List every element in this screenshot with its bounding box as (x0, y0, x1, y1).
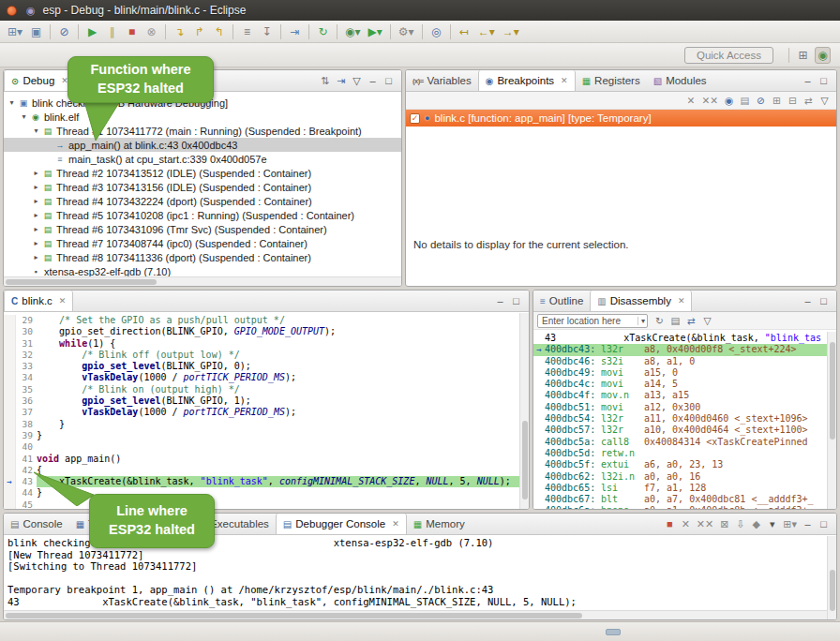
skip-all-breakpoints-icon[interactable]: ⊘ (754, 94, 768, 108)
step-over-icon[interactable]: ↱ (191, 23, 207, 40)
tab-breakpoints[interactable]: ◉Breakpoints✕ (478, 70, 576, 91)
tab-debugger-console[interactable]: ▤Debugger Console✕ (276, 514, 407, 534)
resize-grip[interactable] (606, 629, 621, 635)
debug-tree-item[interactable]: ≡main_task() at cpu_start.c:339 0x400d05… (4, 152, 401, 166)
code-line[interactable]: 32 /* Blink off (output low) */ (4, 350, 519, 361)
display-selected-console-icon[interactable]: ▾ (765, 515, 779, 532)
resume-icon[interactable]: ▶ (84, 23, 100, 40)
debug-horizontal-scrollbar[interactable] (4, 276, 401, 286)
disassembly-line[interactable]: 400dbc5d:retw.n (533, 448, 827, 459)
maximize-icon[interactable]: □ (509, 292, 523, 309)
maximize-icon[interactable]: □ (817, 515, 831, 532)
debug-tree-item[interactable]: ▸▤Thread #7 1073408744 (ipc0) (Suspended… (4, 236, 401, 250)
skip-all-breakpoints-icon[interactable]: ⊘ (56, 23, 72, 40)
code-line[interactable]: 33 gpio_set_level(BLINK_GPIO, 0); (4, 361, 519, 372)
view-menu-icon[interactable]: ▽ (350, 72, 364, 89)
back-icon[interactable]: ←▾ (476, 23, 497, 40)
instruction-stepping-icon[interactable]: ≡ (239, 23, 255, 40)
minimize-icon[interactable]: ‒ (493, 292, 507, 309)
scrollbar-thumb[interactable] (6, 613, 582, 619)
use-step-filters-icon[interactable]: ⇥ (287, 23, 303, 40)
close-icon[interactable]: ✕ (678, 296, 685, 306)
disassembly-line[interactable]: 400dbc5a:call80x40084314 <xTaskCreatePin… (533, 437, 827, 448)
collapse-all-icon[interactable]: ⊟ (786, 94, 800, 108)
tab-registers[interactable]: ▦Registers (576, 70, 647, 91)
disconnect-icon[interactable]: ⊗ (143, 23, 159, 40)
maximize-icon[interactable]: □ (817, 292, 831, 309)
expander-icon[interactable]: ▾ (7, 98, 17, 107)
show-source-icon[interactable]: ▤ (668, 314, 682, 328)
external-tools-icon[interactable]: ⚙▾ (397, 23, 416, 40)
code-line[interactable]: 41void app_main() (4, 454, 519, 465)
close-icon[interactable]: ✕ (59, 296, 67, 306)
last-edit-location-icon[interactable]: ↤ (457, 23, 472, 40)
maximize-icon[interactable]: □ (817, 72, 831, 89)
debug-tree-item[interactable]: ▸▤Thread #8 1073411336 (dport) (Suspende… (4, 250, 401, 264)
sync-with-active-context-icon[interactable]: ⇄ (684, 314, 698, 328)
step-filters-icon[interactable]: ⇥ (334, 72, 348, 89)
go-to-file-icon[interactable]: ▤ (738, 94, 752, 108)
code-line[interactable]: 34 vTaskDelay(1000 / portTICK_PERIOD_MS)… (4, 372, 519, 383)
tab-console[interactable]: ▤Console (4, 514, 69, 534)
scrollbar-thumb[interactable] (6, 279, 157, 285)
disassembly-line[interactable]: 400dbc4c:movia14, 5 (533, 379, 827, 390)
disassembly-listing[interactable]: 43 xTaskCreate(&blink_task, "blink_tas→4… (533, 332, 827, 509)
debug-tree-item[interactable]: ▸▤Thread #2 1073413512 (IDLE) (Suspended… (4, 166, 401, 180)
refresh-icon[interactable]: ↻ (652, 314, 667, 328)
run-icon[interactable]: ▶▾ (367, 23, 384, 40)
code-line[interactable]: 39} (4, 430, 519, 441)
console-vertical-scrollbar[interactable] (827, 536, 836, 619)
disassembly-line[interactable]: 400dbc65:lsif7, a1, 128 (533, 483, 827, 494)
collapse-all-icon[interactable]: ⇅ (318, 72, 332, 89)
disassembly-line[interactable]: →400dbc43:l32ra8, 0x400d00f8 <_stext+224… (533, 344, 827, 355)
scroll-lock-icon[interactable]: ⇩ (733, 515, 747, 532)
code-line[interactable]: 37 vTaskDelay(1000 / portTICK_PERIOD_MS)… (4, 407, 519, 418)
disassembly-line[interactable]: 400dbc67:blta0, a7, 0x400dbc81 <__adddf3… (533, 494, 827, 505)
show-breakpoints-supported-icon[interactable]: ◉ (722, 94, 736, 108)
debug-tree-item[interactable]: ▸▤Thread #4 1073432224 (dport) (Suspende… (4, 194, 401, 208)
tab-disassembly[interactable]: ▥Disassembly✕ (590, 291, 692, 311)
restart-icon[interactable]: ↻ (315, 23, 331, 40)
debug-tree-item[interactable]: →app_main() at blink.c:43 0x400dbc43 (4, 138, 401, 152)
tab-variables[interactable]: (x)=Variables (406, 70, 478, 91)
editor-vertical-scrollbar[interactable] (519, 313, 529, 509)
scrollbar-thumb[interactable] (830, 570, 835, 612)
console-horizontal-scrollbar[interactable] (4, 610, 827, 619)
expand-all-icon[interactable]: ⊞ (770, 94, 784, 108)
view-menu-icon[interactable]: ▽ (818, 94, 832, 108)
breakpoint-row[interactable]: ✓ ● blink.c [function: app_main] [type: … (406, 110, 836, 127)
scrollbar-thumb[interactable] (522, 421, 528, 499)
link-with-debug-icon[interactable]: ⇄ (802, 94, 816, 108)
close-icon[interactable]: ✕ (561, 76, 568, 85)
step-into-icon[interactable]: ↴ (172, 23, 188, 40)
minimize-icon[interactable]: ‒ (801, 515, 815, 532)
location-input[interactable]: Enter location here ▾ (537, 314, 648, 328)
tab-outline[interactable]: ≡Outline (533, 291, 590, 311)
disassembly-line[interactable]: 400dbc62:l32i.na0, a0, 16 (533, 471, 827, 483)
pin-console-icon[interactable]: ◆ (749, 515, 763, 532)
expander-icon[interactable]: ▾ (31, 127, 41, 135)
clear-console-icon[interactable]: ⊠ (717, 515, 731, 532)
breakpoint-checkbox[interactable]: ✓ (410, 113, 420, 124)
expander-icon[interactable]: ▸ (31, 169, 41, 177)
quick-access-button[interactable]: Quick Access (684, 47, 773, 64)
code-line[interactable]: 40 (4, 441, 519, 453)
debug-tree-item[interactable]: ▸▤Thread #5 1073410208 (ipc1 : Running) … (4, 208, 401, 222)
debug-tree-item[interactable]: ▸▤Thread #3 1073413156 (IDLE) (Suspended… (4, 180, 401, 194)
code-line[interactable]: 31 while(1) { (4, 338, 519, 350)
debug-tree-item[interactable]: ▾▤Thread #1 1073411772 (main : Running) … (4, 124, 401, 138)
debug-icon[interactable]: ◉▾ (343, 23, 363, 40)
suspend-icon[interactable]: ∥ (104, 23, 120, 40)
disassembly-line[interactable]: 400dbc57:l32ra10, 0x400d0464 <_stext+110… (533, 425, 827, 436)
step-return-icon[interactable]: ↰ (211, 23, 227, 40)
search-icon[interactable]: ◎ (428, 23, 444, 40)
debug-tree-item[interactable]: ▸▤Thread #6 1073431096 (Tmr Svc) (Suspen… (4, 222, 401, 236)
open-console-icon[interactable]: ⊞▾ (781, 515, 799, 532)
window-close-button[interactable] (7, 6, 17, 16)
disassembly-line[interactable]: 400dbc46:s32ia8, a1, 0 (533, 356, 827, 367)
tab-memory[interactable]: ▦Memory (407, 514, 472, 534)
save-icon[interactable]: ▣ (28, 23, 44, 40)
forward-icon[interactable]: →▾ (501, 23, 521, 40)
disassembly-line[interactable]: 400dbc5f:extuia6, a0, 23, 13 (533, 459, 827, 470)
expander-icon[interactable]: ▸ (31, 183, 41, 191)
